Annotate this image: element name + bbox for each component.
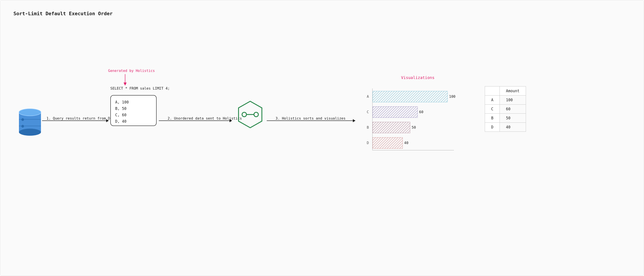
table-row: D 40: [485, 123, 526, 132]
step1-label: 1. Query results return from DB: [46, 116, 112, 120]
svg-rect-30: [373, 137, 402, 149]
svg-text:C: C: [367, 110, 369, 114]
arrow-step2: [159, 120, 232, 121]
table-row: B 50: [485, 114, 526, 123]
svg-text:100: 100: [449, 94, 456, 99]
data-line-4: D, 40: [115, 118, 152, 125]
svg-text:D: D: [367, 141, 369, 145]
table-cell-label-c: C: [485, 105, 500, 114]
step2-label: 2. Unordered data sent to Holistics: [168, 116, 242, 120]
data-line-3: C, 60: [115, 112, 152, 118]
main-container: Sort-Limit Default Execution Order 1. Qu…: [0, 0, 644, 276]
step3-label: 3. Holistics sorts and visualizes: [276, 116, 346, 120]
svg-marker-9: [124, 82, 127, 86]
database-icon: [18, 106, 42, 135]
holistics-logo: [236, 99, 264, 131]
svg-point-11: [242, 112, 246, 117]
svg-text:A: A: [367, 94, 369, 99]
svg-text:50: 50: [412, 125, 416, 129]
svg-point-12: [254, 112, 258, 117]
table-header-label: [485, 86, 500, 95]
svg-text:60: 60: [419, 110, 423, 114]
generated-by-label: Generated by Holistics: [108, 69, 155, 73]
arrow-step1: [42, 120, 108, 121]
svg-text:B: B: [367, 125, 369, 129]
svg-text:40: 40: [404, 141, 408, 145]
table-cell-label-b: B: [485, 114, 500, 123]
arrow-step3: [267, 120, 355, 121]
table-cell-value-d: 40: [500, 123, 526, 132]
sql-query: SELECT * FROM sales LIMIT 4;: [110, 86, 170, 90]
data-box: A, 100 B, 50 C, 60 D, 40: [110, 95, 156, 126]
svg-point-1: [19, 129, 41, 136]
table-cell-value-a: 100: [500, 95, 526, 105]
bar-chart: A C B D 100 60 50 40: [359, 86, 465, 161]
svg-rect-28: [373, 122, 410, 133]
data-line-2: B, 50: [115, 105, 152, 112]
arrow-red-down: [123, 74, 130, 86]
table-row: A 100: [485, 95, 526, 105]
svg-point-7: [21, 125, 24, 127]
table-row: C 60: [485, 105, 526, 114]
table-cell-label-a: A: [485, 95, 500, 105]
visualizations-label: Visualizations: [401, 75, 434, 80]
svg-rect-24: [373, 91, 448, 102]
table-header-amount: Amount: [500, 86, 526, 95]
table-cell-value-c: 60: [500, 105, 526, 114]
svg-rect-26: [373, 106, 418, 118]
page-title: Sort-Limit Default Execution Order: [14, 11, 112, 16]
table-cell-value-b: 50: [500, 114, 526, 123]
data-line-1: A, 100: [115, 99, 152, 105]
table-cell-label-d: D: [485, 123, 500, 132]
result-table: Amount A 100 C 60 B 50 D 40: [485, 86, 526, 132]
svg-point-6: [21, 118, 24, 121]
